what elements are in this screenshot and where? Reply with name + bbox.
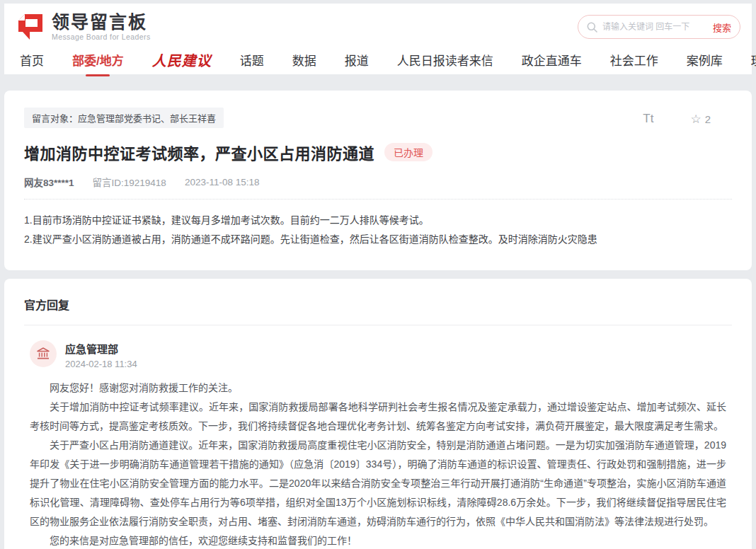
message-target-tag: 留言对象：应急管理部党委书记、部长王祥喜 xyxy=(24,108,224,128)
message-card: 留言对象：应急管理部党委书记、部长王祥喜 Tt ☆ 2 增加消防中控证考试频率，… xyxy=(4,91,752,270)
search-box: 搜索 xyxy=(578,15,740,39)
nav-item-data[interactable]: 数据 xyxy=(292,51,316,69)
reply-paragraph: 您的来信是对应急管理部的信任，欢迎您继续支持和监督我们的工作！ xyxy=(30,531,726,549)
reply-org-name: 应急管理部 xyxy=(65,340,137,356)
message-author: 网友83****1 xyxy=(24,175,74,189)
reply-paragraph: 关于严查小区占用消防通道建议。近年来，国家消防救援局高度重视住宅小区消防安全，特… xyxy=(30,436,726,531)
reply-section-title: 官方回复 xyxy=(24,296,732,313)
message-paragraph: 2.建议严查小区消防通道被占用，消防通道不成环路问题。先让街道检查，然后让各区街… xyxy=(24,230,732,249)
font-size-toggle-button[interactable]: Tt xyxy=(643,112,653,126)
logo-speech-bubble-icon xyxy=(16,13,45,41)
message-title: 增加消防中控证考试频率，严查小区占用消防通道 xyxy=(24,141,374,163)
message-paragraph: 1.目前市场消防中控证证书紧缺，建议每月多增加考试次数。目前约一二万人排队等候考… xyxy=(24,211,732,230)
favorite-count: 2 xyxy=(705,113,711,125)
reply-paragraph: 关于增加消防中控证考试频率建议。近年来，国家消防救援局部署各地科学研判社会考生报… xyxy=(30,398,726,436)
nav-item-home[interactable]: 首页 xyxy=(20,51,44,69)
main-nav: 首页 部委/地方 人民建议 话题 数据 报道 人民日报读者来信 政企直通车 社会… xyxy=(16,45,740,74)
government-building-icon xyxy=(36,347,50,361)
search-input[interactable] xyxy=(602,22,713,32)
nav-item-reader-letters[interactable]: 人民日报读者来信 xyxy=(397,51,493,69)
nav-item-topics[interactable]: 话题 xyxy=(240,51,264,69)
message-id: 留言ID:19219418 xyxy=(93,175,166,189)
reply-body: 网友您好！感谢您对消防救援工作的关注。 关于增加消防中控证考试频率建议。近年来，… xyxy=(24,378,732,549)
nav-item-theory[interactable]: 理论 xyxy=(751,51,756,69)
nav-item-gov-enterprise[interactable]: 政企直通车 xyxy=(522,51,582,69)
nav-item-case-library[interactable]: 案例库 xyxy=(687,51,723,69)
nav-item-peoples-suggestions[interactable]: 人民建议 xyxy=(152,50,212,70)
nav-item-ministries-local[interactable]: 部委/地方 xyxy=(72,51,124,69)
logo-subtitle: Message Board for Leaders xyxy=(52,33,151,41)
site-logo[interactable]: 领导留言板 Message Board for Leaders xyxy=(16,13,151,41)
message-body: 1.目前市场消防中控证证书紧缺，建议每月多增加考试次数。目前约一二万人排队等候考… xyxy=(24,211,732,249)
avatar xyxy=(30,340,57,367)
page: 领导留言板 Message Board for Leaders 搜索 首页 部委… xyxy=(0,0,756,549)
favorite-button[interactable]: ☆ 2 xyxy=(690,113,711,125)
reply-timestamp: 2024-02-18 11:34 xyxy=(65,359,137,369)
star-icon: ☆ xyxy=(690,113,701,125)
divider xyxy=(24,325,732,325)
search-icon xyxy=(587,22,597,33)
status-badge: 已办理 xyxy=(384,143,433,161)
reply-paragraph: 网友您好！感谢您对消防救援工作的关注。 xyxy=(30,378,726,398)
nav-item-social-work[interactable]: 社会工作 xyxy=(610,51,658,69)
official-reply-card: 官方回复 应急管理部 2024-02-18 11:34 网友您好！感谢您对消防救… xyxy=(4,279,752,549)
nav-item-reports[interactable]: 报道 xyxy=(345,51,369,69)
logo-title: 领导留言板 xyxy=(52,13,151,31)
site-header: 领导留言板 Message Board for Leaders 搜索 首页 部委… xyxy=(4,4,752,74)
message-timestamp: 2023-11-08 15:18 xyxy=(185,177,260,187)
search-button[interactable]: 搜索 xyxy=(713,21,731,34)
